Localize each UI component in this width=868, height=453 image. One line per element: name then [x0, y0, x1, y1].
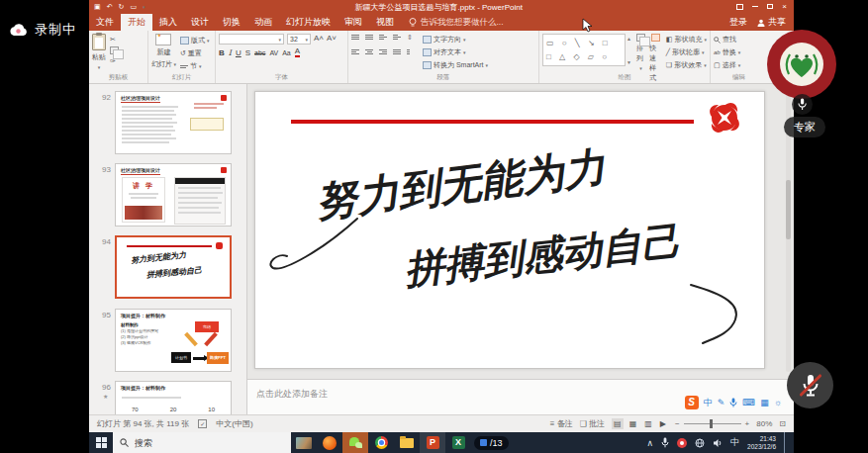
- start-slideshow-icon[interactable]: ▭: [130, 3, 137, 11]
- change-case-button[interactable]: Aa: [282, 49, 291, 56]
- taskbar-search[interactable]: [113, 432, 291, 453]
- shapes-gallery-scroll[interactable]: ▲▼▼: [626, 34, 632, 91]
- language-indicator[interactable]: 中文(中国): [216, 418, 252, 429]
- tray-mic-icon[interactable]: [661, 437, 669, 448]
- justify-icon[interactable]: [393, 48, 401, 54]
- reading-view-icon[interactable]: ▥: [642, 418, 654, 429]
- sign-in-button[interactable]: 登录: [729, 16, 747, 29]
- ime-mic-icon[interactable]: [729, 398, 737, 408]
- shapes-gallery[interactable]: ▭ ○ ╲ ↘ □ □ △ ◇ ▱ ○: [542, 34, 626, 66]
- notes-toggle[interactable]: ≡ 备注: [550, 418, 573, 429]
- undo-icon[interactable]: ↶: [107, 3, 113, 11]
- ime-keyboard-icon[interactable]: ⌨: [742, 398, 755, 408]
- slide-thumbnail-95[interactable]: 项目提升：材料制作 材料制作 (1) 海报计划书的撰写 (2) 路演ppt设计 …: [115, 309, 232, 372]
- zoom-level[interactable]: 80%: [756, 419, 772, 428]
- text-direction-button[interactable]: 文字方向▾: [423, 35, 488, 45]
- paste-button[interactable]: 粘贴 ▾: [92, 34, 106, 70]
- reset-button[interactable]: ↺重置: [180, 48, 210, 58]
- section-button[interactable]: 节▾: [180, 61, 210, 71]
- zoom-out-button[interactable]: −: [675, 419, 680, 428]
- bullets-icon[interactable]: [351, 34, 359, 42]
- numbering-icon[interactable]: [365, 34, 373, 42]
- layout-button[interactable]: 版式▾: [180, 36, 210, 45]
- align-right-icon[interactable]: [379, 48, 387, 54]
- font-size-combo[interactable]: 32▾: [287, 34, 311, 45]
- shrink-font-button[interactable]: A˅: [327, 34, 337, 45]
- redo-icon[interactable]: ↻: [119, 3, 125, 11]
- columns-icon[interactable]: [407, 48, 415, 54]
- cut-icon[interactable]: ✂: [110, 36, 119, 44]
- restore-button[interactable]: [762, 0, 777, 14]
- select-button[interactable]: ▢选择▾: [714, 60, 764, 70]
- shape-outline-button[interactable]: ╱形状轮廓▾: [666, 47, 707, 57]
- underline-button[interactable]: U: [236, 48, 241, 57]
- ime-grid-icon[interactable]: ▦: [760, 398, 769, 408]
- tell-me-box[interactable]: 告诉我您想要做什么...: [401, 14, 512, 31]
- align-text-button[interactable]: 对齐文本▾: [423, 47, 488, 57]
- increase-indent-icon[interactable]: [393, 34, 401, 42]
- find-button[interactable]: 查找: [714, 35, 764, 45]
- tab-review[interactable]: 审阅: [338, 14, 369, 31]
- page-counter-pill[interactable]: /13: [474, 436, 509, 450]
- show-desktop-button[interactable]: [784, 432, 788, 453]
- tab-view[interactable]: 视图: [369, 14, 401, 31]
- character-spacing-button[interactable]: AV: [269, 49, 278, 56]
- close-button[interactable]: ×: [777, 0, 792, 14]
- save-icon[interactable]: ▣: [94, 3, 101, 11]
- fit-to-window-icon[interactable]: ⊡: [779, 419, 786, 428]
- quick-styles-button[interactable]: 快速样式▾: [649, 34, 662, 91]
- participant-mic-indicator[interactable]: [792, 94, 813, 115]
- normal-view-icon[interactable]: ▤: [612, 418, 624, 429]
- slide-sorter-view-icon[interactable]: ▦: [627, 418, 639, 429]
- copy-icon[interactable]: [110, 46, 119, 54]
- tray-network-icon[interactable]: [695, 438, 705, 448]
- tab-animations[interactable]: 动画: [247, 14, 279, 31]
- shape-effects-button[interactable]: ❏形状效果▾: [666, 60, 707, 70]
- ime-pen-icon[interactable]: ✎: [718, 398, 725, 408]
- convert-smartart-button[interactable]: 转换为 SmartArt▾: [423, 60, 488, 70]
- ribbon-options-button[interactable]: [732, 0, 747, 14]
- tab-transitions[interactable]: 切换: [216, 14, 247, 31]
- new-slide-button[interactable]: 新建 幻灯片 ▾: [151, 34, 176, 71]
- ime-settings-icon[interactable]: ☼: [774, 398, 782, 408]
- tray-expand-icon[interactable]: ∧: [646, 438, 653, 448]
- font-name-combo[interactable]: ▾: [219, 34, 284, 45]
- tab-design[interactable]: 设计: [184, 14, 216, 31]
- grow-font-button[interactable]: A˄: [314, 34, 324, 45]
- align-center-icon[interactable]: [365, 48, 373, 54]
- slide-canvas[interactable]: 努力到无能为力 拼搏到感动自己: [254, 91, 765, 369]
- start-button[interactable]: [89, 432, 113, 453]
- tray-speaker-icon[interactable]: [713, 438, 723, 448]
- slide-thumbnail-93[interactable]: 社区治理项目设计 讲 学: [115, 163, 232, 226]
- search-input[interactable]: [135, 438, 253, 448]
- line-spacing-icon[interactable]: ⇕: [407, 34, 413, 42]
- mute-microphone-button[interactable]: [787, 362, 833, 408]
- strikethrough-button[interactable]: abc: [254, 49, 265, 56]
- tray-ime-indicator[interactable]: 中: [730, 436, 739, 449]
- notes-pane[interactable]: 点击此处添加备注 S 中 ✎ ⌨ ▦ ☼: [247, 379, 794, 414]
- notes-placeholder[interactable]: 点击此处添加备注: [256, 388, 328, 401]
- share-button[interactable]: 共享: [757, 16, 786, 29]
- taskbar-app-wechat[interactable]: [342, 432, 368, 453]
- participant-avatar[interactable]: [767, 30, 836, 99]
- tray-clock[interactable]: 21:43 2023/12/6: [747, 435, 776, 451]
- tab-home[interactable]: 开始: [121, 14, 152, 31]
- taskbar-app-firefox[interactable]: [317, 432, 342, 453]
- shape-fill-button[interactable]: ◧形状填充▾: [666, 35, 707, 45]
- sogou-logo-icon[interactable]: S: [685, 396, 699, 409]
- taskbar-app-explorer[interactable]: [394, 432, 420, 453]
- font-color-button[interactable]: A: [295, 47, 300, 57]
- taskbar-app-picture[interactable]: [291, 432, 317, 453]
- tray-security-icon[interactable]: [677, 438, 687, 448]
- text-shadow-button[interactable]: S: [245, 48, 250, 57]
- tab-file[interactable]: 文件: [89, 14, 121, 31]
- decrease-indent-icon[interactable]: [379, 34, 387, 42]
- taskbar-app-excel[interactable]: X: [445, 432, 471, 453]
- taskbar-app-powerpoint[interactable]: P: [420, 432, 445, 453]
- align-left-icon[interactable]: [351, 48, 359, 54]
- tab-insert[interactable]: 插入: [152, 14, 184, 31]
- zoom-in-button[interactable]: +: [745, 419, 750, 428]
- spellcheck-icon[interactable]: ✓: [198, 419, 207, 428]
- slide-thumbnail-94-selected[interactable]: 努力到无能为力 拼搏到感动自己: [115, 235, 232, 299]
- ime-language-toggle[interactable]: 中: [704, 398, 713, 408]
